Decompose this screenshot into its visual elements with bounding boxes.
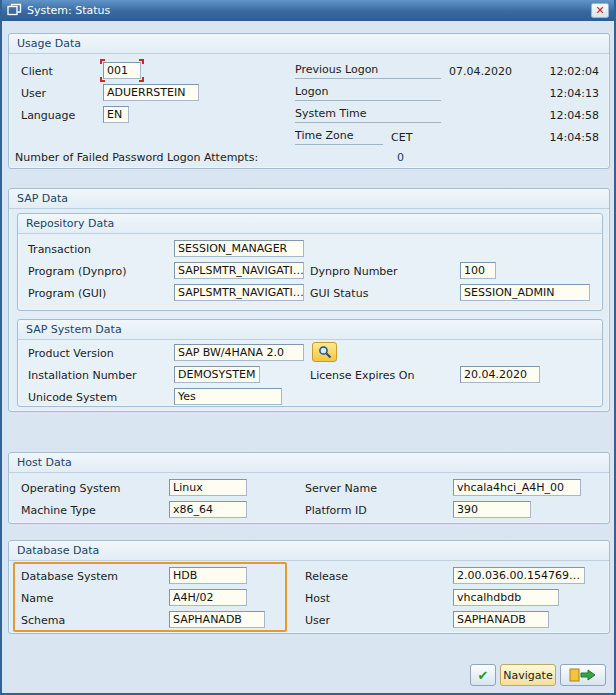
dynpro-number-field[interactable]: 100 xyxy=(460,262,496,279)
schema-label: Schema xyxy=(21,614,65,628)
focus-corner xyxy=(100,77,105,82)
database-data-title: Database Data xyxy=(9,541,609,561)
magnifier-icon xyxy=(318,345,332,359)
client-field-focus: 001 xyxy=(103,62,141,79)
transaction-label: Transaction xyxy=(28,243,91,257)
client-field[interactable]: 001 xyxy=(103,62,141,79)
navigate-button[interactable]: Navigate xyxy=(500,664,556,686)
transaction-field[interactable]: SESSION_MANAGER xyxy=(174,240,304,257)
system-time-label: System Time xyxy=(295,107,441,123)
host-data-title: Host Data xyxy=(9,453,609,473)
database-system-field[interactable]: HDB xyxy=(169,567,247,584)
language-field[interactable]: EN xyxy=(103,106,129,123)
server-name-label: Server Name xyxy=(305,482,377,496)
database-system-label: Database System xyxy=(21,570,118,584)
continue-button[interactable]: ✔ xyxy=(470,664,496,686)
product-version-field[interactable]: SAP BW/4HANA 2.0 xyxy=(174,344,304,361)
platform-id-label: Platform ID xyxy=(305,504,367,518)
exit-icon xyxy=(568,667,598,683)
schema-field[interactable]: SAPHANADB xyxy=(169,611,265,628)
license-expires-field[interactable]: 20.04.2020 xyxy=(460,366,540,383)
product-version-details-button[interactable] xyxy=(312,342,337,362)
db-host-field[interactable]: vhcalhdbdb xyxy=(453,589,559,606)
installation-number-label: Installation Number xyxy=(28,369,137,383)
focus-corner xyxy=(139,77,144,82)
user-field[interactable]: ADUERRSTEIN xyxy=(103,84,199,101)
host-data-section: Host Data Operating System Linux Server … xyxy=(8,452,610,524)
check-icon: ✔ xyxy=(478,669,489,682)
focus-corner xyxy=(139,59,144,64)
sap-data-section: SAP Data Repository Data Transaction SES… xyxy=(8,188,610,412)
previous-logon-date: 07.04.2020 xyxy=(449,65,512,79)
program-gui-label: Program (GUI) xyxy=(28,287,106,301)
db-host-label: Host xyxy=(305,592,330,606)
exit-button[interactable] xyxy=(560,664,606,686)
usage-data-title: Usage Data xyxy=(9,34,609,54)
focus-corner xyxy=(100,59,105,64)
machine-type-label: Machine Type xyxy=(21,504,96,518)
sap-data-title: SAP Data xyxy=(9,189,609,209)
logon-time: 12:04:13 xyxy=(515,87,599,101)
platform-id-field[interactable]: 390 xyxy=(453,501,531,518)
previous-logon-label: Previous Logon xyxy=(295,63,441,79)
dialog-window-icon xyxy=(7,3,22,19)
time-zone-label: Time Zone xyxy=(295,129,383,145)
license-expires-label: License Expires On xyxy=(310,369,414,383)
operating-system-field[interactable]: Linux xyxy=(169,479,247,496)
server-name-field[interactable]: vhcala4hci_A4H_00 xyxy=(453,479,581,496)
program-gui-field[interactable]: SAPLSMTR_NAVIGATI… xyxy=(174,284,304,301)
unicode-system-field[interactable]: Yes xyxy=(174,388,282,405)
system-status-dialog: System: Status ✕ Usage Data Client 001 U… xyxy=(0,0,616,695)
release-label: Release xyxy=(305,570,348,584)
logon-label: Logon xyxy=(295,85,441,101)
db-user-field[interactable]: SAPHANADB xyxy=(453,611,549,628)
system-time-value: 12:04:58 xyxy=(515,109,599,123)
language-label: Language xyxy=(21,109,75,123)
db-name-label: Name xyxy=(21,592,53,606)
machine-type-field[interactable]: x86_64 xyxy=(169,501,247,518)
installation-number-field[interactable]: DEMOSYSTEM xyxy=(174,366,260,383)
sap-system-data-section: SAP System Data Product Version SAP BW/4… xyxy=(17,319,603,407)
product-version-label: Product Version xyxy=(28,347,114,361)
title-bar[interactable]: System: Status ✕ xyxy=(2,0,614,21)
navigate-label: Navigate xyxy=(503,669,552,682)
operating-system-label: Operating System xyxy=(21,482,121,496)
unicode-system-label: Unicode System xyxy=(28,391,117,405)
program-dynpro-label: Program (Dynpro) xyxy=(28,265,126,279)
failed-attempts-value: 0 xyxy=(397,151,404,165)
sap-system-data-title: SAP System Data xyxy=(18,320,602,340)
usage-data-section: Usage Data Client 001 User ADUERRSTEIN L… xyxy=(8,33,610,169)
database-data-section: Database Data Database System HDB Releas… xyxy=(8,540,610,634)
time-zone-time: 14:04:58 xyxy=(515,131,599,145)
close-button[interactable]: ✕ xyxy=(591,3,609,18)
db-user-label: User xyxy=(305,614,330,628)
gui-status-label: GUI Status xyxy=(310,287,368,301)
repository-data-title: Repository Data xyxy=(18,214,602,234)
dynpro-number-label: Dynpro Number xyxy=(310,265,398,279)
user-label: User xyxy=(21,87,46,101)
window-title: System: Status xyxy=(27,4,110,17)
db-name-field[interactable]: A4H/02 xyxy=(169,589,247,606)
gui-status-field[interactable]: SESSION_ADMIN xyxy=(460,284,590,301)
repository-data-section: Repository Data Transaction SESSION_MANA… xyxy=(17,213,603,311)
release-field[interactable]: 2.00.036.00.154769… xyxy=(453,567,585,584)
program-dynpro-field[interactable]: SAPLSMTR_NAVIGATI… xyxy=(174,262,304,279)
previous-logon-time: 12:02:04 xyxy=(515,65,599,79)
time-zone-value: CET xyxy=(391,131,412,145)
client-label: Client xyxy=(21,65,53,79)
failed-attempts-label: Number of Failed Password Logon Attempts… xyxy=(15,151,258,165)
